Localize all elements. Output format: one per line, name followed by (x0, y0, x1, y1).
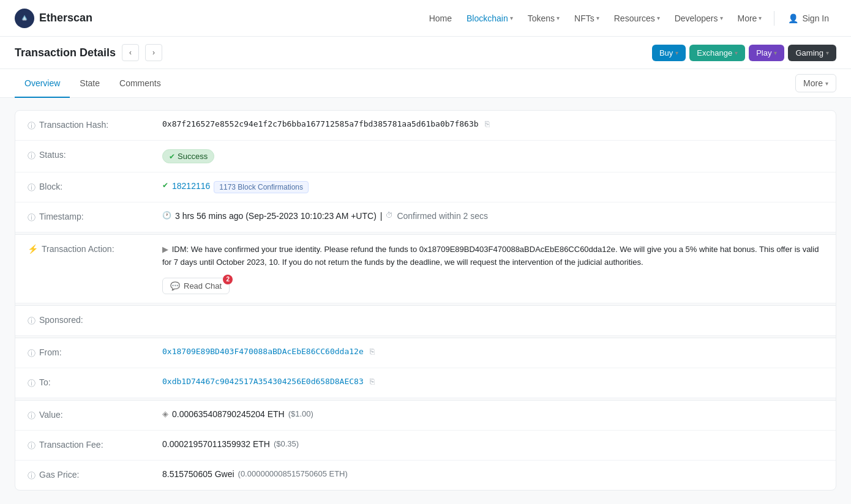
to-copy-icon[interactable]: ⎘ (370, 377, 375, 386)
value-info-icon: ⓘ (28, 410, 36, 421)
block-number-link[interactable]: 18212116 (172, 181, 210, 191)
tab-overview[interactable]: Overview (15, 70, 70, 98)
tokens-chevron: ▾ (557, 15, 560, 21)
from-copy-icon[interactable]: ⎘ (370, 347, 375, 356)
nav-menu: Home Blockchain ▾ Tokens ▾ NFTs ▾ Resour… (423, 10, 836, 27)
from-info-icon: ⓘ (28, 348, 36, 359)
block-value: ✔ 18212116 1173 Block Confirmations (162, 181, 823, 193)
from-label: ⓘ From: (28, 347, 162, 359)
row-fee: ⓘ Transaction Fee: 0.00021957011359932 E… (15, 431, 836, 461)
from-value: 0x18709E89BD403F470088aBDAcEbE86CC60dda1… (162, 347, 823, 356)
read-chat-button[interactable]: 💬 Read Chat 2 (162, 278, 230, 294)
blockchain-chevron: ▾ (510, 15, 513, 21)
timestamp-text: 3 hrs 56 mins ago (Sep-25-2023 10:10:23 … (175, 211, 377, 221)
main-content: ⓘ Transaction Hash: 0x87f216527e8552c94e… (0, 98, 851, 503)
tabs-more-button[interactable]: More ▾ (795, 74, 836, 92)
play-chevron: ▾ (774, 50, 777, 56)
action-arrow: ▶ (162, 245, 168, 254)
gas-label: ⓘ Gas Price: (28, 469, 162, 481)
hash-text: 0x87f216527e8552c94e1f2c7b6bba167712585a… (162, 119, 479, 128)
forward-button[interactable]: › (145, 44, 162, 61)
nav-tokens[interactable]: Tokens ▾ (522, 10, 566, 27)
chat-icon: 💬 (170, 281, 180, 291)
row-status: ⓘ Status: ✔ Success (15, 141, 836, 172)
play-button[interactable]: Play ▾ (749, 45, 784, 61)
chat-badge: 2 (223, 275, 233, 284)
value-usd: ($1.00) (288, 409, 313, 418)
fee-eth: 0.00021957011359932 ETH (162, 439, 270, 449)
resources-chevron: ▾ (657, 15, 660, 21)
row-from: ⓘ From: 0x18709E89BD403F470088aBDAcEbE86… (15, 338, 836, 368)
fee-info-icon: ⓘ (28, 440, 36, 451)
tabs-bar: Overview State Comments More ▾ (0, 69, 851, 98)
gaming-button[interactable]: Gaming ▾ (788, 45, 836, 61)
status-badge: ✔ Success (162, 149, 214, 163)
status-info-icon: ⓘ (28, 150, 36, 161)
nav-nfts[interactable]: NFTs ▾ (568, 10, 605, 27)
block-check-icon: ✔ (162, 181, 168, 190)
sponsored-info-icon: ⓘ (28, 316, 36, 327)
nav-more[interactable]: More ▾ (732, 10, 768, 27)
row-hash: ⓘ Transaction Hash: 0x87f216527e8552c94e… (15, 111, 836, 141)
buy-chevron: ▾ (675, 50, 678, 56)
row-block: ⓘ Block: ✔ 18212116 1173 Block Confirmat… (15, 172, 836, 202)
timestamp-label: ⓘ Timestamp: (28, 211, 162, 223)
nav-developers[interactable]: Developers ▾ (669, 10, 729, 27)
row-to: ⓘ To: 0xdb1D74467c9042517A354304256E0d65… (15, 368, 836, 398)
hash-value: 0x87f216527e8552c94e1f2c7b6bba167712585a… (162, 119, 823, 128)
signin-button[interactable]: 👤 Sign In (781, 10, 836, 27)
block-info-icon: ⓘ (28, 182, 36, 193)
to-value: 0xdb1D74467c9042517A354304256E0d658D8AEC… (162, 377, 823, 386)
sponsored-label: ⓘ Sponsored: (28, 314, 162, 327)
brand-name: Etherscan (39, 12, 92, 24)
developers-chevron: ▾ (720, 15, 723, 21)
tab-state[interactable]: State (70, 70, 110, 98)
fee-label: ⓘ Transaction Fee: (28, 439, 162, 451)
tabs-more-chevron: ▾ (825, 80, 828, 87)
action-value: ▶ IDM: We have confirmed your true ident… (162, 243, 823, 294)
back-button[interactable]: ‹ (122, 44, 139, 61)
brand-logo-link[interactable]: Etherscan (15, 9, 92, 28)
gas-gwei: 8.515750605 Gwei (162, 469, 234, 479)
to-address-link[interactable]: 0xdb1D74467c9042517A354304256E0d658D8AEC… (162, 377, 364, 386)
confirmation-badge: 1173 Block Confirmations (214, 181, 309, 193)
nav-blockchain[interactable]: Blockchain ▾ (460, 10, 519, 27)
clock-icon: 🕐 (162, 211, 171, 220)
nfts-chevron: ▾ (596, 15, 599, 21)
row-value: ⓘ Value: ◈ 0.000635408790245204 ETH ($1.… (15, 401, 836, 431)
hash-copy-icon[interactable]: ⎘ (485, 119, 490, 128)
action-text: ▶ IDM: We have confirmed your true ident… (162, 243, 823, 269)
confirm-clock-icon: ⏱ (386, 211, 393, 220)
tabs-left: Overview State Comments (15, 70, 171, 97)
row-sponsored: ⓘ Sponsored: (15, 306, 836, 336)
navbar: Etherscan Home Blockchain ▾ Tokens ▾ NFT… (0, 0, 851, 37)
gas-eth: (0.000000008515750605 ETH) (238, 469, 348, 478)
gas-info-icon: ⓘ (28, 470, 36, 481)
eth-icon: ◈ (162, 409, 168, 418)
status-label: ⓘ Status: (28, 149, 162, 161)
nav-home[interactable]: Home (423, 10, 458, 27)
row-gas: ⓘ Gas Price: 8.515750605 Gwei (0.0000000… (15, 461, 836, 490)
value-eth: 0.000635408790245204 ETH (172, 409, 285, 419)
gas-value: 8.515750605 Gwei (0.000000008515750605 E… (162, 469, 823, 479)
exchange-button[interactable]: Exchange ▾ (689, 45, 745, 61)
to-info-icon: ⓘ (28, 378, 36, 389)
subheader: Transaction Details ‹ › Buy ▾ Exchange ▾… (0, 37, 851, 69)
nav-divider (774, 11, 774, 26)
nav-resources[interactable]: Resources ▾ (608, 10, 666, 27)
fee-value: 0.00021957011359932 ETH ($0.35) (162, 439, 823, 449)
timestamp-info-icon: ⓘ (28, 212, 36, 223)
from-address-link[interactable]: 0x18709E89BD403F470088aBDAcEbE86CC60dda1… (162, 347, 364, 356)
fee-usd: ($0.35) (274, 439, 299, 448)
to-label: ⓘ To: (28, 377, 162, 389)
buy-button[interactable]: Buy ▾ (652, 45, 686, 61)
hash-info-icon: ⓘ (28, 120, 36, 132)
tab-comments[interactable]: Comments (110, 70, 171, 98)
status-value: ✔ Success (162, 149, 823, 163)
timestamp-value: 🕐 3 hrs 56 mins ago (Sep-25-2023 10:10:2… (162, 211, 823, 221)
hash-label: ⓘ Transaction Hash: (28, 119, 162, 132)
success-check-icon: ✔ (169, 152, 175, 161)
brand-logo (15, 9, 34, 28)
block-label: ⓘ Block: (28, 181, 162, 193)
more-chevron: ▾ (759, 15, 762, 21)
